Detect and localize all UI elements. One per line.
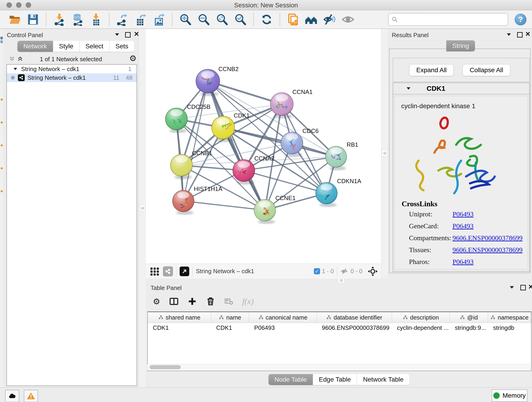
node-RB1[interactable]: RB1 [326, 141, 358, 170]
tab-style[interactable]: Style [53, 41, 80, 52]
horizontal-splitter[interactable] [146, 279, 532, 283]
copy-network-button[interactable] [286, 12, 300, 27]
cloud-button[interactable] [5, 390, 19, 402]
edge-CDK1-RB1[interactable] [223, 128, 336, 157]
tab-select[interactable]: Select [80, 41, 109, 52]
crosslink-link[interactable]: P06493 [452, 210, 474, 218]
node-CCNB1[interactable]: CCNB1 [171, 150, 212, 179]
results-panel-title: Results Panel [392, 32, 428, 39]
zoom-fit-icon [215, 13, 228, 26]
refresh-layout-button[interactable] [260, 12, 274, 27]
crosslink-link[interactable]: 9606.ENSP00000378699 [452, 234, 523, 242]
grid-view-icon[interactable] [150, 266, 160, 276]
zoom-out-button[interactable] [196, 12, 211, 27]
protein-structure-image [404, 111, 496, 198]
tab-sets[interactable]: Sets [109, 41, 134, 52]
panel-close-icon[interactable]: ✕ [528, 283, 532, 291]
node-label-CCNA2: CCNA2 [254, 155, 274, 162]
zoom-in-button[interactable] [178, 12, 192, 27]
network-share-icon[interactable] [163, 266, 173, 276]
import-database-button[interactable] [70, 12, 85, 27]
network-row-selected[interactable]: String Network – cdk1 11 48 [7, 73, 137, 82]
column-header-canonical-name[interactable]: canonical name [249, 312, 317, 323]
node-HIST1H1A[interactable]: HIST1H1A [172, 185, 222, 215]
collapse-all-button[interactable]: Collapse All [462, 64, 510, 76]
toolbar-separator [46, 13, 46, 26]
sliver-decoration [1, 167, 3, 169]
column-header-name[interactable]: name [211, 312, 249, 323]
cell-shared-name: CDK1 [148, 323, 211, 332]
toolbar-separator [279, 13, 280, 26]
show-eye-button[interactable] [341, 12, 355, 27]
collection-expander-icon[interactable] [13, 68, 17, 70]
zoom-fit-button[interactable] [215, 12, 229, 27]
column-header-namespace[interactable]: namespace [488, 312, 531, 323]
splitter-handle[interactable] [382, 150, 387, 156]
export-network-button[interactable] [115, 12, 129, 27]
search-input[interactable] [398, 16, 505, 23]
import-network-button[interactable] [52, 12, 66, 27]
panel-menu-icon[interactable] [115, 33, 119, 36]
cloud-icon [8, 392, 16, 400]
panel-float-icon[interactable] [125, 32, 131, 38]
control-network-splitter[interactable] [139, 29, 146, 387]
table-settings-gear-icon[interactable]: ⚙ [153, 297, 160, 306]
node-CDC25B[interactable]: CDC25B [165, 103, 210, 133]
selected-checkbox-icon[interactable]: ✓ [314, 268, 320, 274]
warnings-button[interactable] [24, 390, 38, 402]
node-CCNB2[interactable]: CCNB2 [196, 65, 239, 96]
table-horizontal-scrollbar[interactable] [147, 364, 531, 370]
panel-menu-icon[interactable] [507, 33, 511, 36]
sliver-decoration [1, 121, 3, 123]
tab-edge-table[interactable]: Edge Table [313, 374, 357, 385]
gene-header[interactable]: CDK1 [393, 83, 529, 95]
scrollbar-thumb[interactable] [150, 365, 181, 369]
panel-menu-icon[interactable] [510, 286, 514, 288]
tab-network[interactable]: Network [17, 41, 53, 52]
delete-column-trash-icon[interactable] [206, 297, 215, 306]
hidden-eye-slash-icon[interactable] [341, 267, 349, 275]
help-button[interactable]: ? [515, 13, 526, 26]
add-column-icon[interactable] [188, 297, 197, 306]
column-header-description[interactable]: description [392, 312, 450, 323]
node-CDC6[interactable]: CDC6 [281, 128, 319, 157]
gene-expander-icon[interactable] [407, 87, 411, 90]
splitter-handle[interactable] [140, 205, 145, 211]
birds-eye-navigator-icon[interactable] [367, 266, 378, 277]
crosslink-link[interactable]: 9606.ENSP00000378699 [452, 246, 523, 254]
column-header--id[interactable]: @id [450, 312, 488, 323]
tab-node-table[interactable]: Node Table [268, 374, 313, 385]
edge-HIST1H1A-CCNE1[interactable] [183, 201, 265, 210]
open-in-window-icon[interactable] [180, 267, 189, 276]
column-header-database-identifier[interactable]: database identifier [317, 312, 392, 323]
table-row[interactable]: CDK1CDK1P064939606.ENSP00000378699cyclin… [148, 323, 531, 332]
home-button[interactable] [304, 12, 318, 27]
tab-network-table[interactable]: Network Table [357, 374, 409, 385]
panel-float-icon[interactable] [520, 285, 526, 290]
memory-button[interactable]: Memory [492, 389, 527, 402]
tab-string[interactable]: String [446, 40, 475, 51]
hide-unhide-button[interactable] [323, 12, 337, 27]
open-session-button[interactable] [7, 12, 22, 27]
export-table-button[interactable] [133, 12, 148, 27]
search-box[interactable] [388, 13, 508, 26]
expand-all-button[interactable]: Expand All [409, 64, 454, 76]
zoom-selected-button[interactable] [233, 12, 247, 27]
edge-CCNB2-HIST1H1A[interactable] [183, 81, 208, 201]
save-session-button[interactable] [26, 12, 40, 27]
export-image-button[interactable] [152, 12, 166, 27]
panel-float-icon[interactable] [517, 32, 523, 38]
network-options-gear-icon[interactable]: ⚙ [129, 54, 137, 63]
panel-close-icon[interactable]: ✕ [134, 30, 139, 38]
node-CDKN1A[interactable]: CDKN1A [316, 178, 361, 207]
import-table-button[interactable] [89, 12, 103, 27]
network-canvas[interactable]: CCNB2CCNA1CDC25BCDK1CDC6RB1CCNB1CCNA2CDK… [146, 29, 381, 264]
network-collection-row[interactable]: String Network – cdk1 1 [7, 65, 137, 73]
column-header-shared-name[interactable]: shared name [148, 312, 211, 323]
show-columns-icon[interactable] [169, 297, 178, 306]
network-results-splitter[interactable] [381, 29, 388, 279]
crosslink-link[interactable]: P06493 [452, 222, 474, 230]
panel-close-icon[interactable]: ✕ [525, 30, 530, 38]
crosslink-link[interactable]: P06493 [452, 258, 474, 266]
table-panel: Table Panel ✕ ⚙ f(x) shared namenamecano… [146, 283, 532, 387]
